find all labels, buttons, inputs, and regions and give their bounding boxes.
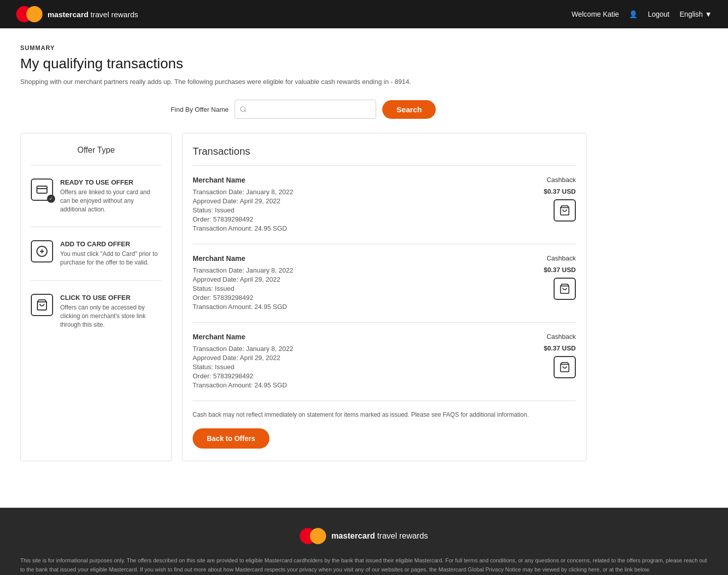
status: Status: Issued <box>193 363 515 371</box>
click-to-use-info: CLICK TO USE OFFER Offers can only be ac… <box>60 294 161 329</box>
brand-name: mastercard travel rewards <box>48 10 138 19</box>
approved-date: Approved Date: April 29, 2022 <box>193 354 515 362</box>
transaction-cashback: Cashback $0.37 USD <box>515 176 576 222</box>
status: Status: Issued <box>193 285 515 292</box>
footer-brand-name: mastercard travel rewards <box>331 532 428 541</box>
mc-yellow-circle <box>26 6 42 22</box>
welcome-text: Welcome Katie <box>571 10 619 18</box>
merchant-name: Merchant Name <box>193 254 515 262</box>
cashback-amount: $0.37 USD <box>543 266 576 274</box>
footer-logo-row: mastercard travel rewards <box>20 528 708 544</box>
merchant-name: Merchant Name <box>193 333 515 341</box>
amount: Transaction Amount: 24.95 SGD <box>193 303 515 311</box>
footer: mastercard travel rewards This site is f… <box>0 508 728 575</box>
offer-type-title: Offer Type <box>31 146 161 155</box>
svg-line-1 <box>245 111 246 112</box>
header-nav: Welcome Katie 👤 Logout English ▼ <box>571 10 712 18</box>
add-to-card-info: ADD TO CARD OFFER You must click "Add to… <box>60 240 161 267</box>
svg-rect-2 <box>37 186 47 193</box>
search-label: Find By Offer Name <box>171 106 229 113</box>
check-badge <box>47 195 55 203</box>
status: Status: Issued <box>193 206 515 214</box>
search-button[interactable]: Search <box>382 100 436 119</box>
merchant-name: Merchant Name <box>193 176 515 184</box>
brand-logo-area: mastercard travel rewards <box>16 6 138 22</box>
ready-offer-title: READY TO USE OFFER <box>60 179 161 186</box>
transaction-details: Merchant Name Transaction Date: January … <box>193 176 515 234</box>
offer-type-ready: READY TO USE OFFER Offers are linked to … <box>31 173 161 218</box>
transaction-cashback: Cashback $0.37 USD <box>515 254 576 300</box>
ready-offer-desc: Offers are linked to your card and can b… <box>60 188 161 213</box>
order: Order: 57839298492 <box>193 294 515 301</box>
table-row: Merchant Name Transaction Date: January … <box>193 244 576 322</box>
transaction-date: Transaction Date: January 8, 2022 <box>193 188 515 196</box>
back-to-offers-button[interactable]: Back to Offers <box>193 428 269 449</box>
transactions-title: Transactions <box>193 146 576 157</box>
order: Order: 57839298492 <box>193 215 515 223</box>
offer-type-panel: Offer Type READY TO USE OFFER Offers are… <box>20 133 172 461</box>
cart-icon <box>554 356 576 378</box>
approved-date: Approved Date: April 29, 2022 <box>193 197 515 205</box>
user-icon[interactable]: 👤 <box>629 10 638 18</box>
content-area: Offer Type READY TO USE OFFER Offers are… <box>20 133 586 461</box>
transaction-date: Transaction Date: January 8, 2022 <box>193 267 515 274</box>
cashback-amount: $0.37 USD <box>543 344 576 352</box>
table-row: Merchant Name Transaction Date: January … <box>193 166 576 244</box>
table-row: Merchant Name Transaction Date: January … <box>193 323 576 401</box>
search-input-wrap <box>235 100 376 119</box>
transaction-details: Merchant Name Transaction Date: January … <box>193 333 515 390</box>
cashback-label: Cashback <box>547 176 576 184</box>
footer-disclaimer: This site is for informational purposes … <box>20 556 708 575</box>
order: Order: 57839298492 <box>193 372 515 380</box>
add-to-card-icon <box>31 240 53 262</box>
click-to-use-icon <box>31 294 53 316</box>
add-to-card-title: ADD TO CARD OFFER <box>60 240 161 248</box>
click-to-use-title: CLICK TO USE OFFER <box>60 294 161 301</box>
cart-icon <box>554 278 576 300</box>
search-bar: Find By Offer Name Search <box>20 100 586 119</box>
cashback-note: Cash back may not reflect immediately on… <box>193 411 576 418</box>
main-content: SUMMARY My qualifying transactions Shopp… <box>0 28 607 477</box>
cashback-amount: $0.37 USD <box>543 188 576 195</box>
transaction-details: Merchant Name Transaction Date: January … <box>193 254 515 312</box>
click-to-use-desc: Offers can only be accessed by clicking … <box>60 303 161 329</box>
chevron-down-icon: ▼ <box>705 10 712 18</box>
amount: Transaction Amount: 24.95 SGD <box>193 381 515 389</box>
ready-offer-icon <box>31 179 53 201</box>
footer-mastercard-logo <box>300 528 326 544</box>
language-selector[interactable]: English ▼ <box>679 10 712 18</box>
page-description: Shopping with our merchant partners real… <box>20 78 586 85</box>
offer-type-click-to-use: CLICK TO USE OFFER Offers can only be ac… <box>31 289 161 334</box>
logout-button[interactable]: Logout <box>648 10 669 18</box>
ready-offer-info: READY TO USE OFFER Offers are linked to … <box>60 179 161 213</box>
summary-label: SUMMARY <box>20 45 586 52</box>
transaction-cashback: Cashback $0.37 USD <box>515 333 576 378</box>
header: mastercard travel rewards Welcome Katie … <box>0 0 728 28</box>
add-to-card-desc: You must click "Add to Card" prior to pu… <box>60 250 161 267</box>
transactions-panel: Transactions Merchant Name Transaction D… <box>182 133 586 461</box>
search-input[interactable] <box>235 100 376 119</box>
amount: Transaction Amount: 24.95 SGD <box>193 225 515 232</box>
search-icon <box>240 106 247 113</box>
transaction-date: Transaction Date: January 8, 2022 <box>193 345 515 352</box>
cart-icon <box>554 199 576 222</box>
page-title: My qualifying transactions <box>20 56 586 72</box>
approved-date: Approved Date: April 29, 2022 <box>193 276 515 283</box>
mastercard-logo <box>16 6 42 22</box>
cashback-label: Cashback <box>547 333 576 340</box>
offer-type-add-to-card: ADD TO CARD OFFER You must click "Add to… <box>31 235 161 272</box>
footer-mc-yellow-circle <box>310 528 326 544</box>
svg-point-0 <box>241 107 245 111</box>
cashback-label: Cashback <box>547 254 576 262</box>
